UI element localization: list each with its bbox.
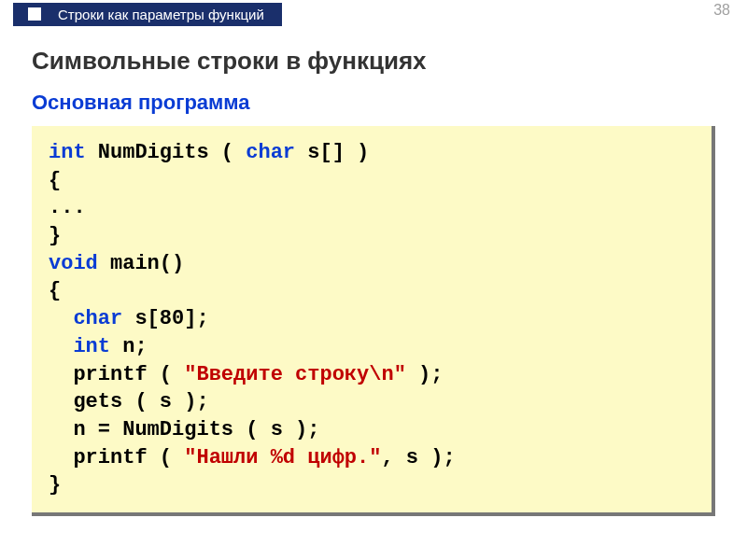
section-subtitle: Основная программа <box>32 91 715 115</box>
code-text: gets ( s ); <box>49 390 209 413</box>
code-text: } <box>49 473 61 497</box>
code-text: main() <box>98 252 184 275</box>
breadcrumb: Строки как параметры функций <box>13 3 282 26</box>
slide-content: Символьные строки в функциях Основная пр… <box>0 28 747 516</box>
code-text: NumDigits ( <box>86 141 247 164</box>
code-text: , s ); <box>381 446 455 469</box>
header-bullet-box <box>26 6 43 22</box>
code-text <box>49 307 73 330</box>
code-text: s[80]; <box>122 307 208 330</box>
code-block: int NumDigits ( char s[] ) { ... } void … <box>32 126 715 516</box>
string-literal: "Нашли %d цифр." <box>184 446 381 469</box>
keyword-int: int <box>73 335 110 358</box>
code-text: ... <box>49 196 86 219</box>
code-text: n = NumDigits ( s ); <box>49 418 319 441</box>
page-title: Символьные строки в функциях <box>32 47 715 76</box>
code-text: } <box>49 224 61 247</box>
keyword-int: int <box>49 141 86 164</box>
code-text: n; <box>110 335 148 358</box>
string-literal: "Введите строку\n" <box>184 363 406 386</box>
keyword-char: char <box>246 141 295 164</box>
code-text: ); <box>406 363 444 386</box>
slide-header: Строки как параметры функций 38 <box>0 0 747 28</box>
page-number: 38 <box>713 2 730 19</box>
code-text: { <box>49 279 61 302</box>
keyword-void: void <box>49 252 98 275</box>
code-text: { <box>49 169 61 192</box>
keyword-char: char <box>73 307 122 330</box>
code-text <box>49 335 73 358</box>
code-text: printf ( <box>49 363 184 386</box>
code-text: s[] ) <box>295 141 369 164</box>
code-text: printf ( <box>49 446 184 469</box>
